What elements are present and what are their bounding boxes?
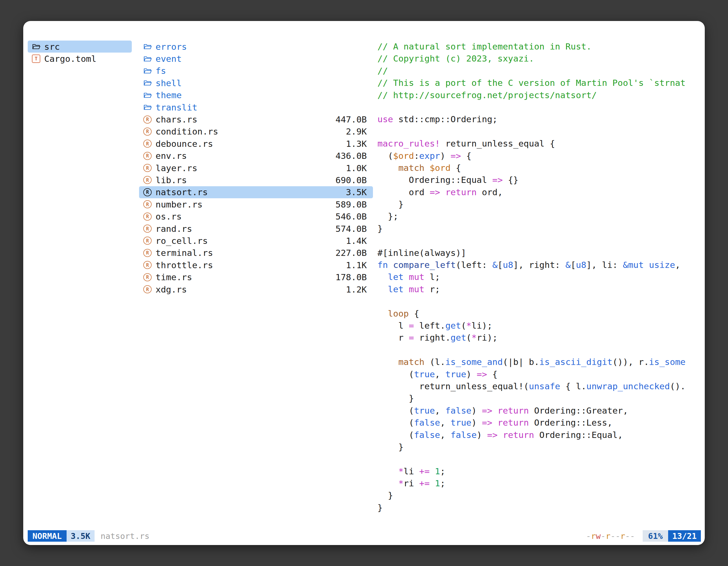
rust-icon: R: [143, 261, 152, 269]
file-size: 227.0B: [335, 248, 369, 258]
current-panel: errorseventfsshellthemetranslitRchars.rs…: [139, 41, 373, 527]
code-line: (true, false) => return Ordering::Greate…: [377, 405, 701, 417]
folder-open-icon: [143, 104, 152, 111]
code-line: }: [377, 198, 701, 210]
rust-icon: R: [143, 213, 152, 221]
file-name: chars.rs: [156, 114, 197, 125]
list-item-errors[interactable]: errors: [139, 41, 373, 53]
parent-item-Cargo.toml[interactable]: TCargo.toml: [28, 53, 132, 65]
list-item-fs[interactable]: fs: [139, 65, 373, 77]
folder-open-icon: [143, 91, 152, 99]
cursor-position: 13/21: [668, 530, 701, 542]
code-line: [377, 101, 701, 113]
code-line: use std::cmp::Ordering;: [377, 113, 701, 125]
code-line: let mut r;: [377, 283, 701, 295]
code-line: *li += 1;: [377, 465, 701, 477]
list-item-rand.rs[interactable]: Rrand.rs574.0B: [139, 223, 373, 235]
file-name: natsort.rs: [156, 187, 208, 197]
file-size: 3.5K: [346, 187, 369, 197]
main-area: srcTCargo.toml errorseventfsshellthemetr…: [28, 41, 701, 527]
file-size: 546.0B: [335, 212, 369, 222]
code-line: return_unless_equal!(unsafe { l.unwrap_u…: [377, 380, 701, 392]
folder-open-icon: [143, 55, 152, 63]
file-name: debounce.rs: [156, 139, 213, 149]
file-name: xdg.rs: [156, 284, 187, 294]
rust-icon: R: [143, 128, 152, 136]
folder-open-icon: [143, 43, 152, 50]
code-line: macro_rules! return_unless_equal {: [377, 138, 701, 150]
code-line: l = left.get(*li);: [377, 319, 701, 332]
rust-icon: R: [143, 140, 152, 148]
file-name: throttle.rs: [156, 260, 213, 270]
folder-open-icon: [143, 79, 152, 87]
list-item-env.rs[interactable]: Renv.rs436.0B: [139, 150, 373, 162]
file-name: layer.rs: [156, 163, 197, 173]
rust-icon: R: [143, 176, 152, 184]
parent-item-src[interactable]: src: [28, 41, 132, 53]
code-line: (false, true) => return Ordering::Less,: [377, 417, 701, 429]
folder-open-icon: [32, 43, 40, 50]
rust-icon: R: [143, 273, 152, 281]
code-line: //: [377, 65, 701, 77]
list-item-layer.rs[interactable]: Rlayer.rs1.0K: [139, 162, 373, 174]
code-line: // This is a port of the C version of Ma…: [377, 77, 701, 89]
folder-name: theme: [156, 90, 182, 100]
list-item-shell[interactable]: shell: [139, 77, 373, 89]
file-name: Cargo.toml: [44, 54, 97, 64]
file-name: os.rs: [156, 212, 182, 222]
list-item-debounce.rs[interactable]: Rdebounce.rs1.3K: [139, 138, 373, 150]
file-size-indicator: 3.5K: [67, 530, 95, 542]
list-item-time.rs[interactable]: Rtime.rs178.0B: [139, 271, 373, 283]
rust-icon: R: [143, 164, 152, 172]
list-item-event[interactable]: event: [139, 53, 373, 65]
file-name: condition.rs: [156, 126, 218, 137]
code-line: [377, 453, 701, 465]
code-line: match $ord {: [377, 162, 701, 174]
code-line: (false, false) => return Ordering::Equal…: [377, 429, 701, 441]
code-line: }: [377, 223, 701, 235]
code-line: fn compare_left(left: &[u8], right: &[u8…: [377, 259, 701, 271]
toml-icon: T: [32, 55, 40, 63]
rust-icon: R: [143, 200, 152, 208]
file-name: lib.rs: [156, 175, 187, 185]
code-line: // Copyright (c) 2023, sxyazi.: [377, 53, 701, 65]
file-name: ro_cell.rs: [156, 236, 208, 246]
list-item-terminal.rs[interactable]: Rterminal.rs227.0B: [139, 247, 373, 259]
list-item-theme[interactable]: theme: [139, 89, 373, 101]
code-line: }: [377, 502, 701, 514]
file-size: 574.0B: [335, 224, 369, 234]
file-size: 1.0K: [346, 163, 369, 173]
code-line: // http://sourcefrog.net/projects/natsor…: [377, 89, 701, 101]
code-line: [377, 235, 701, 247]
file-name: env.rs: [156, 151, 187, 161]
list-item-condition.rs[interactable]: Rcondition.rs2.9K: [139, 126, 373, 138]
file-size: 436.0B: [335, 151, 369, 161]
list-item-number.rs[interactable]: Rnumber.rs589.0B: [139, 198, 373, 210]
file-size: 447.0B: [335, 114, 369, 125]
list-item-ro_cell.rs[interactable]: Rro_cell.rs1.4K: [139, 235, 373, 247]
code-line: // A natural sort implementation in Rust…: [377, 41, 701, 53]
file-name: number.rs: [156, 200, 203, 210]
code-line: loop {: [377, 307, 701, 319]
list-item-throttle.rs[interactable]: Rthrottle.rs1.1K: [139, 259, 373, 271]
rust-icon: R: [143, 152, 152, 160]
code-line: };: [377, 210, 701, 222]
file-size: 690.0B: [335, 175, 369, 185]
list-item-translit[interactable]: translit: [139, 101, 373, 113]
scroll-percent: 61%: [643, 530, 668, 542]
list-item-os.rs[interactable]: Ros.rs546.0B: [139, 210, 373, 222]
list-item-chars.rs[interactable]: Rchars.rs447.0B: [139, 113, 373, 125]
mode-indicator: NORMAL: [28, 530, 67, 542]
code-line: r = right.get(*ri);: [377, 332, 701, 344]
list-item-xdg.rs[interactable]: Rxdg.rs1.2K: [139, 283, 373, 295]
code-line: [377, 295, 701, 307]
rust-icon: R: [143, 285, 152, 293]
list-item-lib.rs[interactable]: Rlib.rs690.0B: [139, 174, 373, 186]
code-line: [377, 344, 701, 356]
code-line: }: [377, 489, 701, 501]
list-item-natsort.rs[interactable]: Rnatsort.rs3.5K: [139, 186, 373, 198]
file-size: 589.0B: [335, 200, 369, 210]
folder-name: src: [44, 42, 60, 52]
code-line: ($ord:expr) => {: [377, 150, 701, 162]
code-line: [377, 126, 701, 138]
